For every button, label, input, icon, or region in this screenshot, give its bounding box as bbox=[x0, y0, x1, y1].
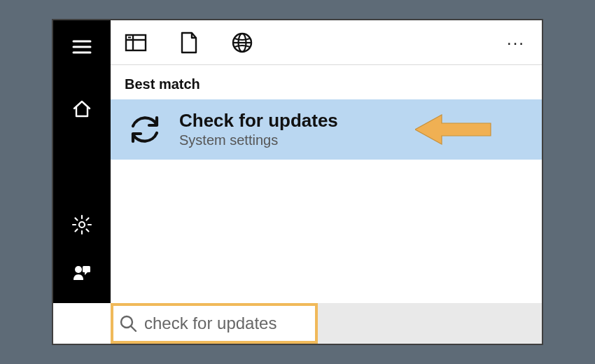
documents-filter-button[interactable] bbox=[172, 26, 206, 59]
search-icon bbox=[119, 314, 137, 332]
search-box[interactable] bbox=[111, 303, 318, 344]
documents-filter-icon bbox=[180, 31, 198, 54]
apps-filter-button[interactable] bbox=[119, 26, 153, 59]
svg-line-8 bbox=[76, 218, 78, 220]
sidebar bbox=[53, 20, 111, 303]
best-match-label: Best match bbox=[111, 65, 542, 99]
svg-point-3 bbox=[79, 222, 85, 227]
web-filter-button[interactable] bbox=[225, 26, 259, 59]
filter-bar: ··· bbox=[111, 20, 542, 65]
settings-button[interactable] bbox=[65, 208, 99, 241]
home-button[interactable] bbox=[65, 92, 99, 125]
start-search-window: ··· Best match Check for updates System … bbox=[52, 19, 543, 345]
svg-line-22 bbox=[131, 326, 136, 331]
result-item-check-for-updates[interactable]: Check for updates System settings bbox=[111, 99, 542, 160]
svg-rect-13 bbox=[83, 266, 90, 272]
search-bar-remainder bbox=[318, 303, 542, 344]
result-subtitle: System settings bbox=[179, 132, 338, 148]
svg-line-10 bbox=[87, 218, 89, 220]
search-panel: ··· Best match Check for updates System … bbox=[111, 20, 542, 303]
svg-point-12 bbox=[75, 266, 82, 273]
annotation-arrow bbox=[415, 112, 492, 147]
settings-icon bbox=[71, 214, 92, 235]
menu-button[interactable] bbox=[65, 30, 99, 64]
arrow-left-icon bbox=[415, 112, 492, 147]
results-empty-area bbox=[111, 160, 542, 303]
svg-line-9 bbox=[87, 230, 89, 232]
feedback-icon bbox=[72, 265, 92, 283]
result-icon bbox=[125, 109, 165, 150]
more-button[interactable]: ··· bbox=[498, 33, 533, 52]
apps-filter-icon bbox=[125, 33, 147, 52]
result-text: Check for updates System settings bbox=[179, 111, 338, 149]
search-input[interactable] bbox=[144, 314, 309, 333]
feedback-button[interactable] bbox=[65, 257, 99, 290]
result-title: Check for updates bbox=[179, 111, 338, 132]
content-row: ··· Best match Check for updates System … bbox=[53, 20, 542, 303]
svg-line-11 bbox=[76, 230, 78, 232]
home-icon bbox=[71, 99, 92, 118]
search-bar-row bbox=[111, 303, 542, 344]
sync-icon bbox=[126, 111, 164, 148]
web-filter-icon bbox=[231, 31, 253, 54]
menu-icon bbox=[72, 39, 92, 55]
